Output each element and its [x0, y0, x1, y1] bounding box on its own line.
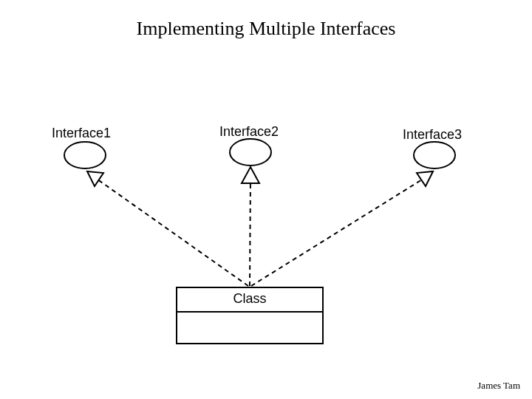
arrowhead-3	[417, 171, 433, 186]
arrowhead-2	[242, 167, 259, 183]
class-body-compartment	[177, 313, 322, 341]
realization-edge-3	[251, 177, 426, 286]
interface3-symbol	[414, 142, 455, 168]
arrowhead-1	[87, 171, 103, 186]
class-name-compartment: Class	[177, 288, 322, 313]
realization-edge-1	[95, 177, 248, 286]
interface2-symbol	[230, 139, 271, 166]
realization-edge-2	[250, 177, 250, 286]
author-credit: James Tam	[477, 380, 520, 392]
interface1-symbol	[64, 142, 106, 168]
class-box: Class	[176, 287, 324, 344]
